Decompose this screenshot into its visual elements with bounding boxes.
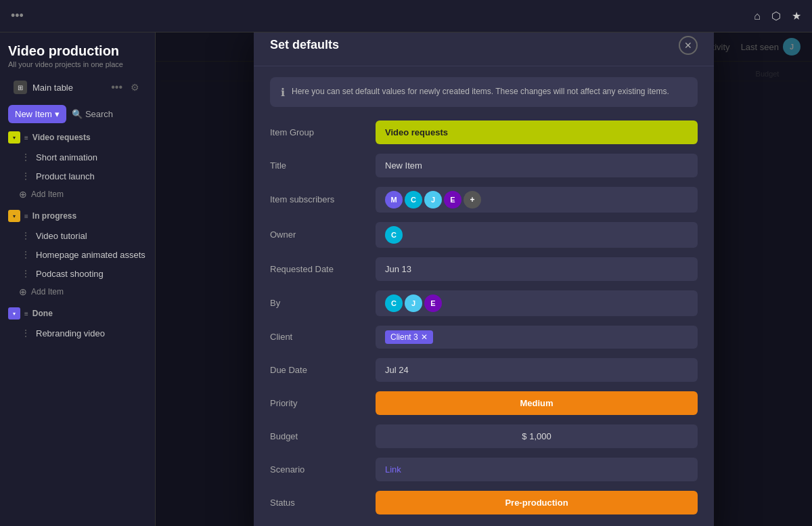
title-label: Title xyxy=(270,160,365,171)
group-header-video-requests[interactable]: ▾ ≡ Video requests xyxy=(0,127,155,148)
client-field[interactable]: Client 3 ✕ xyxy=(376,326,698,349)
item-name: Rebranding video xyxy=(36,328,105,338)
group-name-inprogress: In progress xyxy=(32,211,76,221)
field-due-date: Due Date xyxy=(270,358,698,382)
item-drag-icon: ⋮ xyxy=(21,152,30,162)
item-name: Product launch xyxy=(36,171,95,181)
avatar-add[interactable]: + xyxy=(464,191,481,209)
add-item-label: Add Item xyxy=(31,190,64,199)
field-item-group: Item Group Video requests xyxy=(270,120,698,144)
add-item-video-requests[interactable]: ⊕ Add Item xyxy=(0,185,155,203)
budget-field[interactable] xyxy=(376,424,698,448)
new-item-label: New Item xyxy=(15,109,52,119)
due-date-input[interactable] xyxy=(376,358,698,382)
sidebar-item-rebranding[interactable]: ⋮ Rebranding video xyxy=(0,324,155,343)
field-priority: Priority Medium xyxy=(270,391,698,415)
sidebar-controls: New Item ▾ 🔍 Search xyxy=(0,101,155,127)
set-defaults-modal: Set defaults ✕ ℹ Here you can set defaul… xyxy=(254,32,714,526)
owner-field[interactable]: C xyxy=(376,222,698,248)
scenario-field[interactable]: Link xyxy=(376,458,698,481)
subscribers-avatars[interactable]: M C J E + xyxy=(376,187,698,213)
title-input[interactable] xyxy=(376,154,698,177)
settings-icon[interactable]: ⚙ xyxy=(128,81,141,94)
content-area: members 📈 Activity Last seen J Due Date … xyxy=(156,32,812,526)
group-name-video: Video requests xyxy=(32,133,91,142)
client-tag-label: Client 3 xyxy=(390,332,418,342)
field-status: Status Pre-production xyxy=(270,491,698,514)
modal-overlay: Set defaults ✕ ℹ Here you can set defaul… xyxy=(156,32,812,526)
avatar-e: E xyxy=(444,191,461,209)
field-title: Title xyxy=(270,154,698,177)
modal-close-button[interactable]: ✕ xyxy=(679,36,698,55)
main-table-row[interactable]: ⊞ Main table ••• ⚙ xyxy=(5,75,150,100)
sidebar: Video production All your video projects… xyxy=(0,32,156,526)
group-header-done[interactable]: ▾ ≡ Done xyxy=(0,303,155,324)
owner-label: Owner xyxy=(270,229,365,240)
top-bar-left: ••• xyxy=(11,9,24,23)
group-arrow-done: ≡ xyxy=(24,310,28,317)
client-field-container[interactable]: Client 3 ✕ xyxy=(376,326,698,349)
item-group-value[interactable]: Video requests xyxy=(376,120,698,144)
cube-icon[interactable]: ⬡ xyxy=(771,9,781,22)
group-in-progress: ▾ ≡ In progress ⋮ Video tutorial ⋮ Homep… xyxy=(0,206,155,301)
sidebar-item-podcast[interactable]: ⋮ Podcast shooting xyxy=(0,264,155,283)
new-item-arrow: ▾ xyxy=(55,109,60,119)
client-tag[interactable]: Client 3 ✕ xyxy=(385,330,433,344)
group-color-video: ▾ xyxy=(8,131,20,144)
info-text: Here you can set default values for newl… xyxy=(292,85,669,97)
group-arrow-video: ≡ xyxy=(24,134,28,141)
by-avatar-c: C xyxy=(385,294,403,312)
star-icon[interactable]: ★ xyxy=(792,9,801,22)
client-tag-remove[interactable]: ✕ xyxy=(421,332,428,342)
priority-value[interactable]: Medium xyxy=(376,391,698,415)
info-icon: ℹ xyxy=(281,86,285,99)
app-subtitle: All your video projects in one place xyxy=(8,60,147,68)
by-avatar-j: J xyxy=(405,294,422,312)
priority-field[interactable]: Medium xyxy=(376,391,698,415)
by-field[interactable]: C J E xyxy=(376,290,698,316)
scenario-label: Scenario xyxy=(270,464,365,475)
item-drag-icon: ⋮ xyxy=(21,171,30,181)
scenario-link[interactable]: Link xyxy=(376,458,698,481)
item-group-field[interactable]: Video requests xyxy=(376,120,698,144)
requested-date-field[interactable] xyxy=(376,257,698,281)
subscribers-field[interactable]: M C J E + xyxy=(376,187,698,213)
search-icon: 🔍 xyxy=(72,109,83,119)
modal-body: ℹ Here you can set default values for ne… xyxy=(254,66,714,527)
by-avatars[interactable]: C J E xyxy=(376,290,698,316)
owner-avatar-container[interactable]: C xyxy=(376,222,698,248)
top-bar: ••• ⌂ ⬡ ★ xyxy=(0,0,812,32)
item-drag-icon: ⋮ xyxy=(21,249,30,260)
field-requested-date: Requested Date xyxy=(270,257,698,281)
status-field[interactable]: Pre-production xyxy=(376,491,698,514)
sidebar-item-product-launch[interactable]: ⋮ Product launch xyxy=(0,167,155,185)
requested-date-label: Requested Date xyxy=(270,264,365,274)
search-button[interactable]: 🔍 Search xyxy=(72,109,113,119)
group-arrow-inprogress: ≡ xyxy=(24,213,28,220)
app-title: Video production xyxy=(8,43,147,59)
group-video-requests: ▾ ≡ Video requests ⋮ Short animation ⋮ P… xyxy=(0,127,155,203)
group-header-in-progress[interactable]: ▾ ≡ In progress xyxy=(0,206,155,226)
menu-dots-icon[interactable]: ••• xyxy=(11,9,24,23)
new-item-button[interactable]: New Item ▾ xyxy=(8,105,66,123)
sidebar-item-short-animation[interactable]: ⋮ Short animation xyxy=(0,148,155,167)
due-date-field[interactable] xyxy=(376,358,698,382)
sidebar-item-video-tutorial[interactable]: ⋮ Video tutorial xyxy=(0,226,155,245)
add-item-in-progress[interactable]: ⊕ Add Item xyxy=(0,283,155,301)
title-field[interactable] xyxy=(376,154,698,177)
add-icon: ⊕ xyxy=(19,286,27,297)
requested-date-input[interactable] xyxy=(376,257,698,281)
field-by: By C J E xyxy=(270,290,698,316)
status-value[interactable]: Pre-production xyxy=(376,491,698,514)
group-name-done: Done xyxy=(32,309,53,318)
budget-input[interactable] xyxy=(376,424,698,448)
item-drag-icon: ⋮ xyxy=(21,328,30,338)
table-more-icon[interactable]: ••• xyxy=(111,81,122,93)
item-name: Homepage animated assets xyxy=(36,250,145,260)
home-icon[interactable]: ⌂ xyxy=(754,10,761,22)
sidebar-item-homepage[interactable]: ⋮ Homepage animated assets xyxy=(0,245,155,264)
item-name: Podcast shooting xyxy=(36,269,104,279)
table-name-label: Main table xyxy=(32,83,73,93)
field-client: Client Client 3 ✕ xyxy=(270,326,698,349)
client-label: Client xyxy=(270,332,365,342)
